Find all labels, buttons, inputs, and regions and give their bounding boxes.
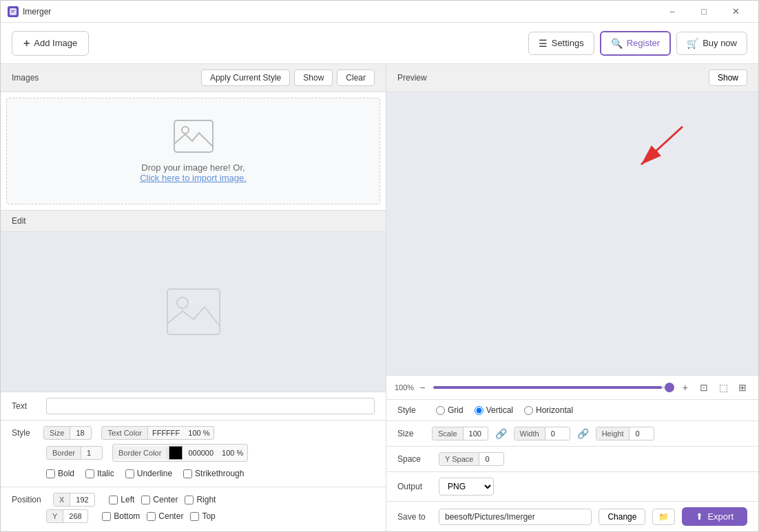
cart-icon: 🛒	[687, 38, 698, 49]
minimize-button[interactable]: –	[656, 1, 688, 23]
position-section: Position X 192 Left Center	[1, 487, 386, 531]
preview-title: Preview	[397, 73, 709, 83]
add-image-button[interactable]: + Add Image	[12, 31, 89, 56]
export-button[interactable]: ⬆ Export	[682, 507, 747, 526]
style-section: Style Size 18 Text Color FFFFFF 100 % Bo…	[1, 420, 386, 487]
center-radio[interactable]: Center	[141, 495, 178, 504]
position-row-2: Y 268 Bottom Center Top	[12, 509, 375, 523]
y-label: Y	[47, 510, 63, 522]
toolbar-right: ☰ Settings 🔍 Register 🛒 Buy now	[528, 31, 747, 56]
grid-label: Grid	[448, 405, 464, 415]
register-button[interactable]: 🔍 Register	[600, 31, 671, 56]
preview-header: Preview Show	[386, 64, 758, 92]
x-value: 192	[70, 493, 94, 506]
italic-label: Italic	[97, 469, 114, 478]
toolbar: + Add Image ☰ Settings 🔍 Register 🛒 Buy …	[1, 23, 758, 64]
link-icon-1[interactable]: 🔗	[495, 428, 507, 439]
maximize-button[interactable]: □	[688, 1, 720, 23]
horizontal-radio[interactable]: Horizontal	[524, 405, 573, 415]
center-label: Center	[153, 495, 178, 504]
add-image-label: Add Image	[34, 38, 77, 48]
width-value: 0	[545, 427, 570, 440]
save-label: Save to	[397, 512, 432, 522]
y-field: Y 268	[46, 509, 88, 523]
border-label: Border	[47, 447, 81, 459]
text-input[interactable]	[46, 398, 375, 414]
save-path-input[interactable]	[439, 509, 592, 525]
border-color-field: Border Color 000000 100 %	[112, 444, 248, 462]
buy-button[interactable]: 🛒 Buy now	[676, 32, 747, 55]
grid-view-icon[interactable]: ⊞	[735, 380, 750, 395]
border-value: 1	[81, 447, 102, 459]
scale-field: Scale 100	[432, 427, 488, 440]
actual-size-icon[interactable]: ⬚	[716, 380, 731, 395]
canvas-placeholder	[166, 288, 221, 336]
strikethrough-checkbox[interactable]: Strikethrough	[183, 469, 244, 478]
italic-checkbox[interactable]: Italic	[85, 469, 114, 478]
text-color-field: Text Color FFFFFF 100 %	[101, 426, 214, 440]
border-color-swatch	[169, 446, 183, 460]
change-button[interactable]: Change	[599, 509, 645, 525]
export-label: Export	[707, 511, 734, 522]
grid-radio[interactable]: Grid	[436, 405, 464, 415]
left-panel: Images Apply Current Style Show Clear Dr…	[1, 64, 386, 531]
size-controls: Size Scale 100 🔗 Width 0 🔗 Height 0	[386, 421, 758, 446]
style-row-2: Border 1 Border Color 000000 100 %	[12, 444, 375, 462]
border-color-pct: 100 %	[218, 447, 247, 459]
zoom-in-icon[interactable]: +	[683, 382, 688, 393]
edit-section: Edit	[1, 211, 386, 392]
underline-checkbox[interactable]: Underline	[125, 469, 172, 478]
text-section: Text	[1, 392, 386, 420]
left-radio[interactable]: Left	[109, 495, 134, 504]
bold-checkbox[interactable]: Bold	[46, 469, 74, 478]
bottom-radio[interactable]: Bottom	[102, 511, 140, 521]
preview-show-button[interactable]: Show	[709, 70, 747, 86]
height-value: 0	[630, 427, 654, 440]
link-icon-2[interactable]: 🔗	[577, 428, 589, 439]
svg-point-6	[177, 297, 188, 308]
x-field: X 192	[53, 493, 95, 507]
view-icons: ⊡ ⬚ ⊞	[696, 380, 750, 395]
zoom-slider[interactable]	[433, 386, 674, 389]
top-radio[interactable]: Top	[190, 511, 215, 521]
svg-line-8	[641, 127, 683, 164]
y-space-label: Y Space	[439, 453, 479, 465]
images-header: Images Apply Current Style Show Clear	[1, 64, 386, 92]
drop-text: Drop your image here! Or,	[141, 162, 245, 173]
zoom-thumb[interactable]	[665, 383, 674, 392]
center2-radio[interactable]: Center	[147, 511, 183, 521]
fit-view-icon[interactable]: ⊡	[696, 380, 711, 395]
left-label: Left	[121, 495, 134, 504]
svg-rect-3	[174, 120, 213, 152]
layout-radio-group: Grid Vertical Horizontal	[436, 405, 573, 415]
settings-button[interactable]: ☰ Settings	[528, 32, 594, 55]
settings-icon: ☰	[539, 38, 548, 49]
folder-button[interactable]: 📁	[652, 509, 675, 525]
images-show-button[interactable]: Show	[294, 70, 333, 86]
scale-value: 100	[464, 427, 488, 440]
right-radio[interactable]: Right	[185, 495, 216, 504]
drop-area[interactable]: Drop your image here! Or, Click here to …	[6, 98, 380, 204]
strikethrough-label: Strikethrough	[195, 469, 244, 478]
close-button[interactable]: ✕	[720, 1, 751, 23]
app-icon	[8, 6, 19, 17]
position-row-1: Position X 192 Left Center	[12, 493, 375, 507]
vertical-radio[interactable]: Vertical	[475, 405, 513, 415]
scale-label: Scale	[433, 427, 464, 440]
zoom-out-icon[interactable]: −	[419, 382, 425, 393]
position-label: Position	[12, 495, 46, 504]
image-placeholder-icon	[173, 119, 214, 156]
zoom-track	[433, 386, 662, 389]
import-link[interactable]: Click here to import image.	[140, 173, 247, 183]
folder-icon: 📁	[658, 512, 669, 522]
output-format-select[interactable]: PNG JPG BMP GIF	[439, 478, 494, 496]
edit-title: Edit	[12, 216, 26, 226]
apply-style-button[interactable]: Apply Current Style	[201, 70, 290, 86]
style-row-1: Style Size 18 Text Color FFFFFF 100 %	[12, 426, 375, 440]
width-field: Width 0	[514, 427, 570, 440]
vertical-label: Vertical	[486, 405, 513, 415]
main-area: Images Apply Current Style Show Clear Dr…	[1, 64, 758, 531]
clear-button[interactable]: Clear	[337, 70, 375, 86]
size-field: Size 18	[43, 426, 92, 440]
svg-point-4	[182, 127, 189, 134]
